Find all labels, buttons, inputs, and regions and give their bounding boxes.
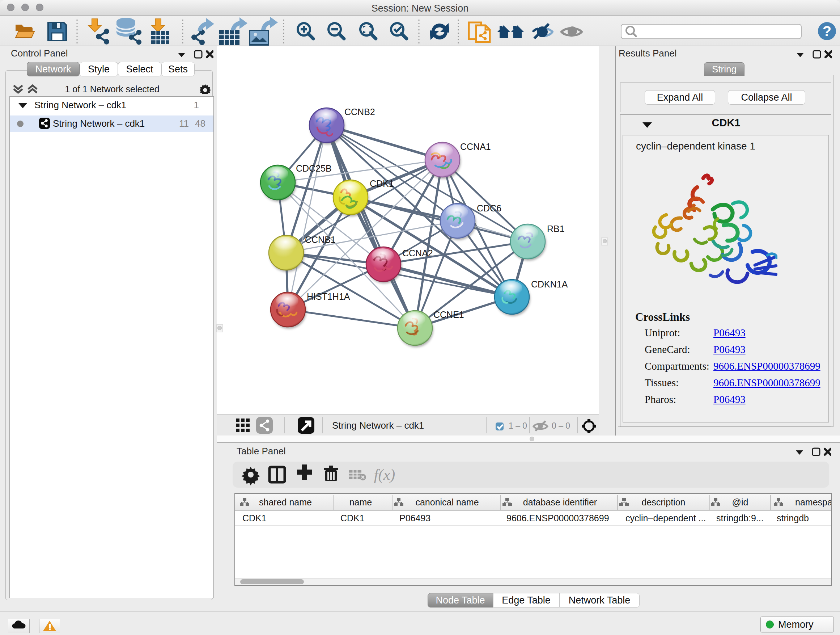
svg-text:namespace: namespace (795, 497, 832, 507)
svg-text:canonical name: canonical name (415, 497, 478, 507)
svg-text:1 – 0: 1 – 0 (508, 421, 527, 431)
svg-text:f(x): f(x) (374, 466, 395, 483)
svg-text:name: name (349, 497, 372, 507)
svg-text:0 – 0: 0 – 0 (552, 421, 570, 431)
svg-text:?: ? (823, 23, 831, 39)
svg-text:description: description (642, 497, 685, 507)
svg-text:CCNB2: CCNB2 (344, 107, 375, 117)
svg-text:CDC6: CDC6 (477, 203, 501, 213)
svg-text:HIST1H1A: HIST1H1A (307, 291, 350, 302)
svg-text:database identifier: database identifier (523, 497, 597, 507)
svg-text:CDKN1A: CDKN1A (531, 279, 568, 289)
svg-text:CCNA2: CCNA2 (402, 248, 433, 258)
svg-text:CCNB1: CCNB1 (305, 234, 336, 245)
svg-text:String Network – cdk1: String Network – cdk1 (332, 420, 424, 431)
svg-text:CCNE1: CCNE1 (433, 310, 464, 320)
svg-text:shared name: shared name (259, 497, 312, 507)
svg-text:RB1: RB1 (547, 224, 565, 234)
svg-text:@id: @id (732, 497, 748, 507)
svg-text:CDK1: CDK1 (370, 179, 394, 188)
svg-text:CDC25B: CDC25B (296, 163, 332, 173)
svg-text:CCNA1: CCNA1 (460, 141, 491, 152)
